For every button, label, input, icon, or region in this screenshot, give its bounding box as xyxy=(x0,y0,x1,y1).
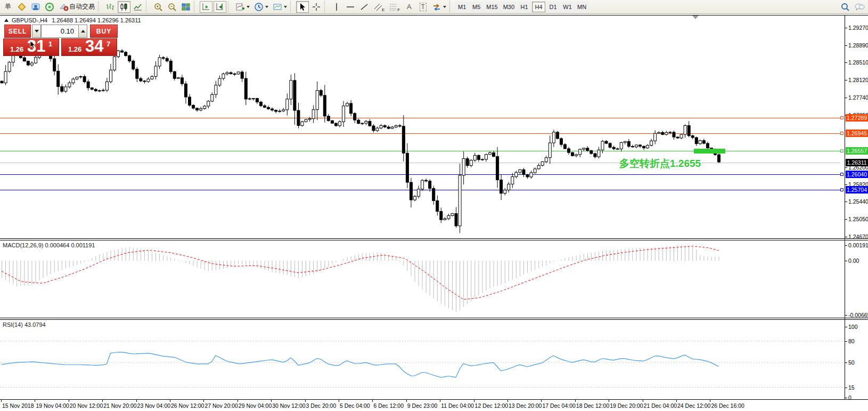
horizontal-line-tool-button[interactable] xyxy=(344,1,357,13)
time-axis-tickmark xyxy=(676,400,677,402)
price-axis-tick-label: 1.25440 xyxy=(848,199,868,205)
contacts-button[interactable] xyxy=(29,1,42,13)
candlestick-chart-type-button[interactable] xyxy=(118,1,130,13)
collapse-panel-icon[interactable] xyxy=(4,19,9,22)
timeframe-button-mn[interactable]: MN xyxy=(575,2,588,12)
timeframe-button-h4[interactable]: H4 xyxy=(532,2,545,12)
time-axis-tickmark xyxy=(474,400,474,402)
buy-button[interactable]: BUY xyxy=(90,25,118,38)
time-axis-tickmark xyxy=(271,400,272,402)
time-axis-tickmark xyxy=(406,400,407,402)
dropdown-arrow-icon[interactable] xyxy=(247,6,250,8)
pane-splitter[interactable] xyxy=(0,238,868,239)
market-watch-button[interactable] xyxy=(15,1,28,13)
label-tool-letter: T xyxy=(420,3,427,11)
price-axis-tick-label: 1.28890 xyxy=(848,43,868,49)
trendline-tool-button[interactable] xyxy=(358,1,371,13)
cursor-tool-button[interactable] xyxy=(296,1,309,13)
price-axis-tick-label: 1.25050 xyxy=(848,216,868,222)
time-axis-label: 19 Dec 20:00 xyxy=(610,402,643,409)
level-price-label: 1.26557 xyxy=(846,147,868,155)
time-axis-label: 26 Dec 16:00 xyxy=(711,402,744,409)
label-tool-button[interactable]: T xyxy=(416,1,429,13)
timeframe-button-m5[interactable]: M5 xyxy=(470,2,483,12)
main-chart-pane[interactable] xyxy=(0,15,845,238)
toolbar-separator xyxy=(449,2,454,12)
dropdown-arrow-icon[interactable] xyxy=(265,6,268,8)
buy-price-box[interactable]: 1.26 34 7 xyxy=(61,38,117,56)
volume-decrease-button[interactable] xyxy=(32,25,41,38)
zoom-out-button[interactable] xyxy=(166,1,178,13)
community-button[interactable] xyxy=(43,1,56,13)
tile-windows-button[interactable] xyxy=(179,1,192,13)
time-axis-tickmark xyxy=(69,400,69,402)
sell-button[interactable]: SELL xyxy=(4,25,31,38)
crosshair-tool-button[interactable] xyxy=(310,1,323,13)
cursor-icon xyxy=(298,3,307,11)
macd-pane[interactable] xyxy=(0,240,845,318)
fibonacci-letter: F xyxy=(397,7,400,12)
fibonacci-tool-button[interactable]: F xyxy=(387,1,402,13)
pane-splitter[interactable] xyxy=(0,319,868,320)
bar-chart-type-button[interactable] xyxy=(104,1,117,13)
channel-tool-button[interactable]: E xyxy=(372,1,386,13)
time-axis-tickmark xyxy=(575,400,576,402)
macd-axis-tick-label: 0.001915 xyxy=(848,243,868,248)
chat-button[interactable] xyxy=(853,1,866,13)
pane-splitter[interactable] xyxy=(0,240,868,240)
auto-scroll-button[interactable] xyxy=(200,1,212,13)
chart-shift-icon xyxy=(215,2,225,12)
timeframe-button-m1[interactable]: M1 xyxy=(455,2,469,12)
trendline-icon xyxy=(360,3,369,11)
timeframe-button-h1[interactable]: H1 xyxy=(518,2,531,12)
level-price-label: 1.26040 xyxy=(846,171,868,178)
arrows-tool-button[interactable] xyxy=(430,1,448,13)
time-axis-tickmark xyxy=(339,400,339,402)
search-button[interactable] xyxy=(839,1,851,13)
arrow-down-icon xyxy=(35,30,39,33)
time-axis-border xyxy=(0,399,868,400)
dropdown-arrow-icon[interactable] xyxy=(443,6,446,8)
time-axis-tickmark xyxy=(541,400,542,402)
gold-diamond-icon xyxy=(17,2,27,12)
time-axis-tickmark xyxy=(305,400,306,402)
line-chart-type-button[interactable] xyxy=(132,1,144,13)
level-price-label: 1.25704 xyxy=(846,186,868,194)
chart-shift-button[interactable] xyxy=(214,1,226,13)
volume-input[interactable]: 0.10 xyxy=(41,25,79,38)
template-icon xyxy=(273,2,282,12)
symbol-title: GBPUSD-,H4 xyxy=(12,17,47,23)
price-axis-tick-label: 1.29270 xyxy=(848,25,868,31)
time-axis-label: 11 Dec 04:00 xyxy=(441,402,474,409)
new-order-button[interactable]: 单 xyxy=(2,1,14,13)
chart-top-border xyxy=(0,15,868,15)
toolbar-separator xyxy=(194,2,198,12)
timeframe-button-m30[interactable]: M30 xyxy=(501,2,517,12)
autotrading-button[interactable]: 自动交易 xyxy=(57,1,96,13)
zoom-in-button[interactable] xyxy=(152,1,165,13)
time-axis-tickmark xyxy=(136,400,137,402)
arrows-icon xyxy=(432,3,441,11)
rsi-pane[interactable] xyxy=(0,320,845,399)
time-axis-tickmark xyxy=(440,400,440,402)
templates-button[interactable] xyxy=(271,1,289,13)
time-axis-label: 9 Dec 23:00 xyxy=(407,402,438,409)
dropdown-arrow-icon[interactable] xyxy=(284,6,287,8)
time-axis-label: 17 Dec 04:00 xyxy=(542,402,575,409)
timeframe-button-m15[interactable]: M15 xyxy=(484,2,499,12)
price-axis-tick-label: 1.28120 xyxy=(848,77,868,83)
vertical-line-tool-button[interactable] xyxy=(330,1,343,13)
time-axis-label: 20 Nov 12:00 xyxy=(70,402,103,409)
text-tool-button[interactable]: A xyxy=(403,1,415,13)
volume-increase-button[interactable] xyxy=(78,25,87,38)
period-button[interactable] xyxy=(252,1,270,13)
timeframe-button-w1[interactable]: W1 xyxy=(561,2,574,12)
pane-splitter[interactable] xyxy=(0,318,868,318)
toolbar-separator xyxy=(324,2,329,12)
time-axis-label: 27 Nov 20:00 xyxy=(204,402,238,409)
tile-windows-icon xyxy=(181,2,191,12)
ohlc-values: 1.26488 1.26494 1.26296 1.26311 xyxy=(52,17,141,23)
indicators-button[interactable] xyxy=(234,1,251,13)
timeframe-button-d1[interactable]: D1 xyxy=(546,2,560,12)
time-axis-tickmark xyxy=(170,400,170,402)
